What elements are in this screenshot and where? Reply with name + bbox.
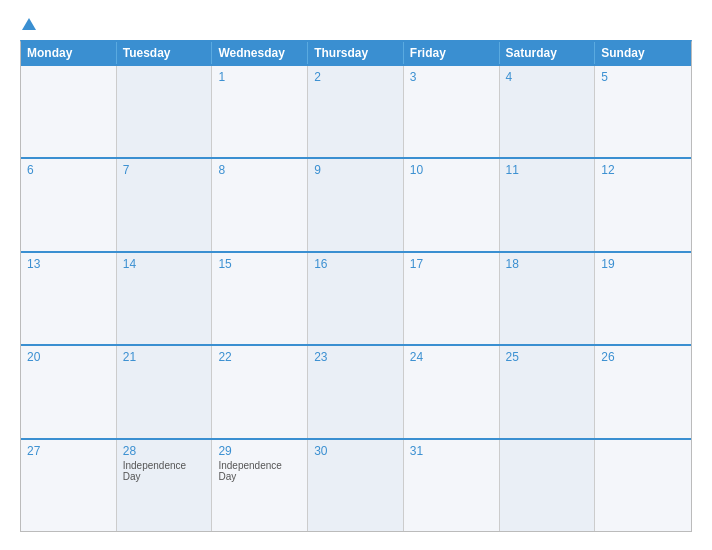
day-cell: 11	[500, 159, 596, 250]
day-number: 3	[410, 70, 493, 84]
day-cell: 31	[404, 440, 500, 531]
day-cell: 28Independence Day	[117, 440, 213, 531]
weekday-header-monday: Monday	[21, 42, 117, 64]
day-cell	[117, 66, 213, 157]
day-number: 2	[314, 70, 397, 84]
weekday-header-thursday: Thursday	[308, 42, 404, 64]
day-cell: 19	[595, 253, 691, 344]
day-cell: 12	[595, 159, 691, 250]
day-number: 15	[218, 257, 301, 271]
day-cell: 22	[212, 346, 308, 437]
header	[20, 18, 692, 30]
day-number: 1	[218, 70, 301, 84]
day-cell: 6	[21, 159, 117, 250]
day-number: 20	[27, 350, 110, 364]
day-cell: 10	[404, 159, 500, 250]
week-row-1: 12345	[21, 64, 691, 157]
day-number: 11	[506, 163, 589, 177]
day-cell: 24	[404, 346, 500, 437]
week-row-5: 2728Independence Day29Independence Day30…	[21, 438, 691, 531]
weekday-header-tuesday: Tuesday	[117, 42, 213, 64]
day-cell: 26	[595, 346, 691, 437]
day-cell: 30	[308, 440, 404, 531]
day-number: 25	[506, 350, 589, 364]
day-cell: 8	[212, 159, 308, 250]
day-cell: 16	[308, 253, 404, 344]
weekday-header-sunday: Sunday	[595, 42, 691, 64]
day-event: Independence Day	[123, 460, 206, 482]
day-cell: 17	[404, 253, 500, 344]
logo	[20, 18, 36, 30]
day-number: 8	[218, 163, 301, 177]
day-number: 29	[218, 444, 301, 458]
day-number: 9	[314, 163, 397, 177]
day-number: 7	[123, 163, 206, 177]
day-number: 21	[123, 350, 206, 364]
week-row-4: 20212223242526	[21, 344, 691, 437]
day-cell: 23	[308, 346, 404, 437]
day-cell: 27	[21, 440, 117, 531]
day-number: 24	[410, 350, 493, 364]
day-cell: 21	[117, 346, 213, 437]
day-number: 22	[218, 350, 301, 364]
day-cell: 2	[308, 66, 404, 157]
day-number: 12	[601, 163, 685, 177]
day-number: 18	[506, 257, 589, 271]
week-row-2: 6789101112	[21, 157, 691, 250]
day-number: 30	[314, 444, 397, 458]
day-cell: 4	[500, 66, 596, 157]
day-cell: 18	[500, 253, 596, 344]
day-cell: 13	[21, 253, 117, 344]
day-number: 14	[123, 257, 206, 271]
day-number: 27	[27, 444, 110, 458]
day-cell: 3	[404, 66, 500, 157]
day-number: 26	[601, 350, 685, 364]
day-cell	[500, 440, 596, 531]
day-number: 28	[123, 444, 206, 458]
logo-triangle-icon	[22, 18, 36, 30]
day-number: 4	[506, 70, 589, 84]
day-event: Independence Day	[218, 460, 301, 482]
day-cell: 1	[212, 66, 308, 157]
day-cell	[595, 440, 691, 531]
day-cell: 25	[500, 346, 596, 437]
day-cell: 15	[212, 253, 308, 344]
page: MondayTuesdayWednesdayThursdayFridaySatu…	[0, 0, 712, 550]
calendar-header-row: MondayTuesdayWednesdayThursdayFridaySatu…	[21, 42, 691, 64]
day-cell: 9	[308, 159, 404, 250]
day-cell: 14	[117, 253, 213, 344]
day-cell: 5	[595, 66, 691, 157]
weekday-header-wednesday: Wednesday	[212, 42, 308, 64]
day-number: 5	[601, 70, 685, 84]
day-number: 6	[27, 163, 110, 177]
day-number: 31	[410, 444, 493, 458]
weekday-header-saturday: Saturday	[500, 42, 596, 64]
day-cell: 20	[21, 346, 117, 437]
day-number: 13	[27, 257, 110, 271]
day-number: 19	[601, 257, 685, 271]
day-number: 17	[410, 257, 493, 271]
day-number: 10	[410, 163, 493, 177]
day-cell: 7	[117, 159, 213, 250]
calendar: MondayTuesdayWednesdayThursdayFridaySatu…	[20, 40, 692, 532]
weekday-header-friday: Friday	[404, 42, 500, 64]
day-number: 16	[314, 257, 397, 271]
week-row-3: 13141516171819	[21, 251, 691, 344]
day-cell: 29Independence Day	[212, 440, 308, 531]
day-number: 23	[314, 350, 397, 364]
day-cell	[21, 66, 117, 157]
